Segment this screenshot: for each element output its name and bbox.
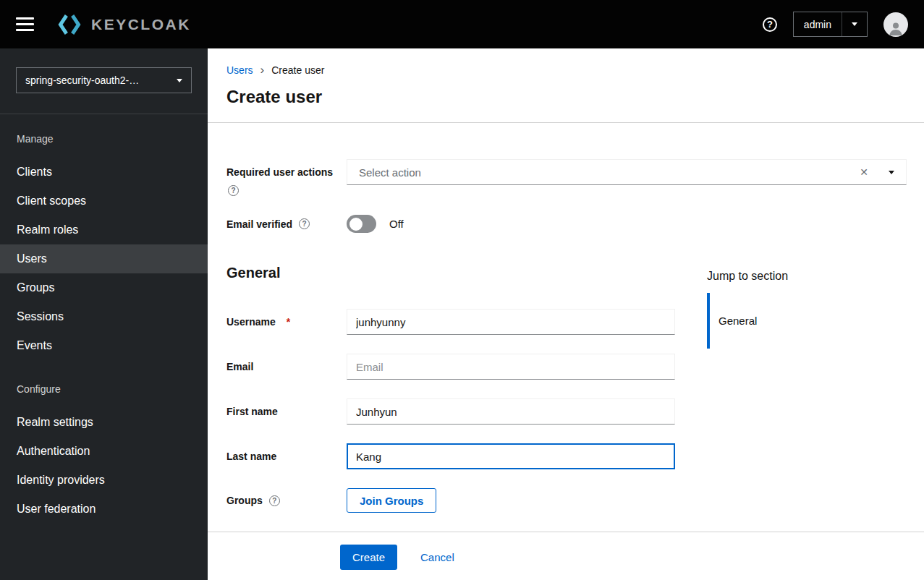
- join-groups-button[interactable]: Join Groups: [347, 488, 436, 513]
- toggle-state-label: Off: [389, 218, 404, 230]
- realm-name: spring-security-oauth2-…: [25, 74, 139, 86]
- sidebar-nav: Manage Clients Client scopes Realm roles…: [0, 114, 208, 524]
- username-label: Username: [226, 316, 276, 328]
- sidebar-item-user-federation[interactable]: User federation: [0, 495, 208, 524]
- first-name-row: First name: [226, 398, 907, 425]
- create-user-form: Required user actions ? Select action ✕ …: [208, 123, 924, 580]
- required-user-actions-row: Required user actions ? Select action ✕: [226, 159, 907, 196]
- email-input[interactable]: [347, 354, 675, 380]
- help-icon[interactable]: ?: [763, 17, 777, 32]
- realm-selector-block: spring-security-oauth2-…: [0, 48, 208, 114]
- clear-icon[interactable]: ✕: [860, 166, 868, 178]
- form-actions: Create Cancel: [208, 532, 924, 580]
- page-title: Create user: [226, 87, 907, 107]
- first-name-label: First name: [226, 406, 278, 417]
- toggle-knob: [349, 218, 363, 231]
- keycloak-logo: KEYCLOAK: [54, 10, 191, 39]
- jump-to-section-title: Jump to section: [707, 270, 881, 283]
- user-menu-dropdown[interactable]: admin: [793, 12, 868, 37]
- email-row: Email: [226, 354, 907, 380]
- select-placeholder: Select action: [359, 166, 860, 179]
- brand-name: KEYCLOAK: [91, 16, 191, 33]
- sidebar-item-identity-providers[interactable]: Identity providers: [0, 466, 208, 495]
- sidebar-item-client-scopes[interactable]: Client scopes: [0, 187, 208, 216]
- masthead-toolbar: ? admin: [763, 12, 908, 37]
- groups-row: Groups ? Join Groups: [226, 488, 907, 513]
- email-verified-row: Email verified ? Off: [226, 215, 907, 233]
- email-label: Email: [226, 361, 253, 372]
- help-icon[interactable]: ?: [228, 185, 239, 196]
- nav-toggle-icon[interactable]: [16, 17, 34, 31]
- required-user-actions-select[interactable]: Select action ✕: [347, 159, 907, 185]
- username-input[interactable]: [347, 309, 675, 335]
- groups-label: Groups: [226, 495, 263, 506]
- first-name-input[interactable]: [347, 398, 675, 425]
- jump-link-general[interactable]: General: [707, 293, 881, 349]
- jump-to-section-nav: Jump to section General: [707, 270, 881, 349]
- realm-selector-dropdown[interactable]: spring-security-oauth2-…: [16, 67, 192, 93]
- sidebar: spring-security-oauth2-… Manage Clients …: [0, 48, 208, 580]
- caret-down-icon: [889, 171, 894, 174]
- caret-down-icon: [842, 12, 867, 36]
- breadcrumb-users-link[interactable]: Users: [226, 64, 253, 76]
- sidebar-item-realm-roles[interactable]: Realm roles: [0, 216, 208, 244]
- sidebar-item-realm-settings[interactable]: Realm settings: [0, 408, 208, 437]
- last-name-label: Last name: [226, 451, 276, 462]
- last-name-row: Last name: [226, 443, 907, 469]
- user-menu-label: admin: [794, 12, 842, 36]
- create-button[interactable]: Create: [340, 545, 397, 570]
- avatar[interactable]: [883, 12, 908, 37]
- help-icon[interactable]: ?: [269, 495, 280, 506]
- main-content: Users › Create user Create user Required…: [208, 48, 924, 580]
- nav-section-manage: Manage: [0, 114, 208, 158]
- cancel-button[interactable]: Cancel: [420, 551, 454, 563]
- sidebar-item-events[interactable]: Events: [0, 331, 208, 360]
- chevron-right-icon: ›: [260, 64, 265, 76]
- required-asterisk: *: [287, 316, 290, 328]
- keycloak-logo-icon: [54, 10, 85, 39]
- masthead: KEYCLOAK ? admin: [0, 0, 924, 48]
- person-icon: [887, 20, 904, 37]
- help-icon[interactable]: ?: [299, 218, 310, 229]
- breadcrumb: Users › Create user: [226, 64, 907, 76]
- sidebar-item-sessions[interactable]: Sessions: [0, 302, 208, 331]
- sidebar-item-users[interactable]: Users: [0, 244, 208, 273]
- sidebar-item-clients[interactable]: Clients: [0, 158, 208, 187]
- nav-section-configure: Configure: [0, 360, 208, 408]
- last-name-input[interactable]: [347, 443, 675, 469]
- sidebar-item-authentication[interactable]: Authentication: [0, 437, 208, 466]
- email-verified-label: Email verified: [226, 218, 292, 230]
- breadcrumb-current: Create user: [271, 64, 324, 76]
- caret-down-icon: [177, 79, 182, 82]
- sidebar-item-groups[interactable]: Groups: [0, 273, 208, 302]
- email-verified-toggle[interactable]: [347, 215, 376, 233]
- page-header: Users › Create user Create user: [208, 48, 924, 123]
- required-user-actions-label: Required user actions: [226, 166, 347, 178]
